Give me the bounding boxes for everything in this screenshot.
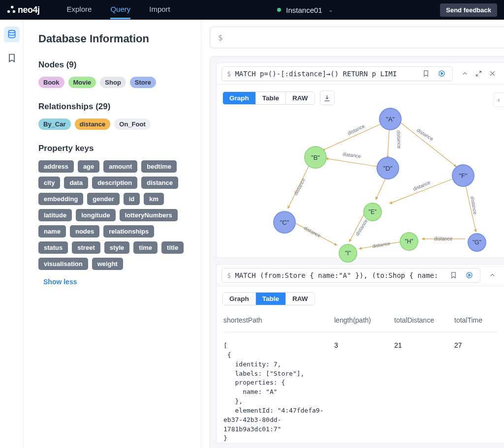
bookmark-query-icon[interactable] (447, 269, 459, 281)
database-icon[interactable] (4, 27, 20, 42)
rel-on-foot[interactable]: On_Foot (114, 119, 150, 130)
nodes-header: Nodes (9) (38, 60, 186, 70)
cell-totalTime: 27 (454, 341, 504, 443)
expand-icon[interactable] (472, 68, 484, 80)
edge-label: distance (342, 151, 361, 159)
node-label-store[interactable]: Store (130, 77, 156, 88)
key-street[interactable]: street (72, 241, 100, 254)
edge-label: distance (303, 225, 322, 239)
run-query-icon[interactable] (436, 68, 447, 80)
rel-distance[interactable]: distance (75, 119, 111, 130)
key-description[interactable]: description (92, 177, 137, 189)
sidebar: Database Information Nodes (9) Book Movi… (24, 20, 201, 448)
svg-point-1 (11, 5, 13, 8)
key-embedding[interactable]: embedding (38, 193, 83, 205)
graph-node-G[interactable]: "G" (468, 233, 486, 252)
card1-tab-table[interactable]: Table (255, 92, 285, 104)
graph-node-H[interactable]: "H" (400, 232, 418, 251)
cell-totalDistance: 21 (394, 341, 454, 443)
key-style[interactable]: style (104, 241, 130, 254)
key-visualisation[interactable]: visualisation (38, 258, 88, 270)
key-gender[interactable]: gender (87, 193, 119, 205)
rel-by-car[interactable]: By_Car (38, 119, 71, 130)
graph-node-A[interactable]: "A" (379, 108, 402, 130)
nav-explore[interactable]: Explore (67, 0, 92, 19)
nav-import[interactable]: Import (149, 0, 170, 19)
key-data[interactable]: data (64, 177, 88, 189)
status-dot-icon (277, 8, 281, 12)
key-lotteryNumbers[interactable]: lotteryNumbers (120, 209, 178, 221)
key-longitude[interactable]: longitude (76, 209, 116, 221)
edge-label: distance (354, 218, 369, 237)
graph-node-F[interactable]: "F" (452, 164, 474, 187)
card2-tab-raw[interactable]: RAW (285, 293, 315, 305)
graph-node-E[interactable]: "E" (363, 203, 382, 221)
close-icon[interactable] (486, 68, 498, 80)
edge-label: distance (346, 123, 365, 136)
show-less-link[interactable]: Show less (43, 278, 186, 286)
card1-tab-graph[interactable]: Graph (223, 92, 255, 104)
key-km[interactable]: km (144, 193, 164, 205)
key-city[interactable]: city (38, 177, 60, 189)
card2-header: $ MATCH (from:Store { name:"A" }), (to:S… (217, 265, 504, 286)
key-amount[interactable]: amount (103, 160, 137, 173)
key-name[interactable]: name (38, 225, 66, 238)
key-age[interactable]: age (78, 160, 99, 173)
key-id[interactable]: id (124, 193, 140, 205)
download-icon[interactable] (320, 90, 335, 105)
left-rail (0, 20, 24, 448)
edge-label: distance (396, 130, 402, 149)
key-time[interactable]: time (133, 241, 158, 254)
key-address[interactable]: address (38, 160, 74, 173)
key-distance[interactable]: distance (141, 177, 178, 189)
key-latitude[interactable]: latitude (38, 209, 72, 221)
bookmark-query-icon[interactable] (420, 68, 432, 80)
key-weight[interactable]: weight (92, 258, 123, 270)
keys-header: Property keys (38, 144, 186, 153)
gutter (201, 20, 210, 448)
card1-tab-raw[interactable]: RAW (285, 92, 315, 104)
card2-tab-graph[interactable]: Graph (223, 293, 255, 305)
send-feedback-button[interactable]: Send feedback (440, 3, 497, 17)
collapse-icon[interactable] (459, 68, 471, 80)
collapse-icon[interactable] (486, 269, 498, 281)
instance-selector[interactable]: Instance01 ⌄ (170, 6, 440, 14)
node-label-movie[interactable]: Movie (68, 77, 96, 88)
node-label-book[interactable]: Book (38, 77, 64, 88)
key-nodes[interactable]: nodes (70, 225, 99, 238)
table-headers: shortestPath length(path) totalDistance … (223, 312, 497, 332)
graph-node-C[interactable]: "C" (273, 211, 296, 234)
nav-query[interactable]: Query (110, 0, 130, 19)
card1-header: $ MATCH p=()-[:distance]→() RETURN p LIM… (217, 63, 504, 85)
col-totalTime: totalTime (454, 316, 504, 324)
edge-label: distance (372, 240, 391, 249)
svg-point-0 (7, 10, 10, 12)
key-relationships[interactable]: relationships (103, 225, 154, 238)
run-query-icon[interactable] (463, 269, 475, 281)
card1-tabs: Graph Table RAW (222, 91, 315, 105)
card1-query[interactable]: $ MATCH p=()-[:distance]→() RETURN p LIM… (221, 66, 453, 81)
chevron-down-icon: ⌄ (328, 6, 333, 13)
result-card-1: $ MATCH p=()-[:distance]→() RETURN p LIM… (216, 62, 504, 258)
key-bedtime[interactable]: bedtime (141, 160, 177, 173)
graph-node-I[interactable]: "I" (339, 244, 357, 263)
graph-viz[interactable]: "A" "B" "D" "F" "C" "E" "H" "G" "I" dist… (217, 105, 504, 258)
results: $ MATCH p=()-[:distance]→() RETURN p LIM… (210, 56, 504, 448)
graph-node-D[interactable]: "D" (377, 157, 399, 179)
card2-query[interactable]: $ MATCH (from:Store { name:"A" }), (to:S… (221, 268, 480, 283)
property-keys-section: Property keys address age amount bedtime… (38, 144, 186, 286)
result-card-2: $ MATCH (from:Store { name:"A" }), (to:S… (216, 264, 504, 444)
nav: Explore Query Import (67, 0, 170, 19)
card2-tab-table[interactable]: Table (255, 293, 285, 305)
main: Database Information Nodes (9) Book Movi… (0, 20, 504, 448)
key-status[interactable]: status (38, 241, 68, 254)
bookmark-icon[interactable] (4, 50, 20, 66)
table-row: [ { identity: 7, labels: ["Store"], prop… (223, 332, 497, 443)
card1-subbar: Graph Table RAW (217, 85, 504, 105)
node-label-shop[interactable]: Shop (100, 77, 126, 88)
graph-node-B[interactable]: "B" (304, 146, 327, 169)
cell-shortestPath: [ { identity: 7, labels: ["Store"], prop… (223, 341, 334, 443)
query-input[interactable]: $ (210, 27, 504, 48)
nodes-section: Nodes (9) Book Movie Shop Store (38, 60, 186, 88)
key-title[interactable]: title (161, 241, 184, 254)
